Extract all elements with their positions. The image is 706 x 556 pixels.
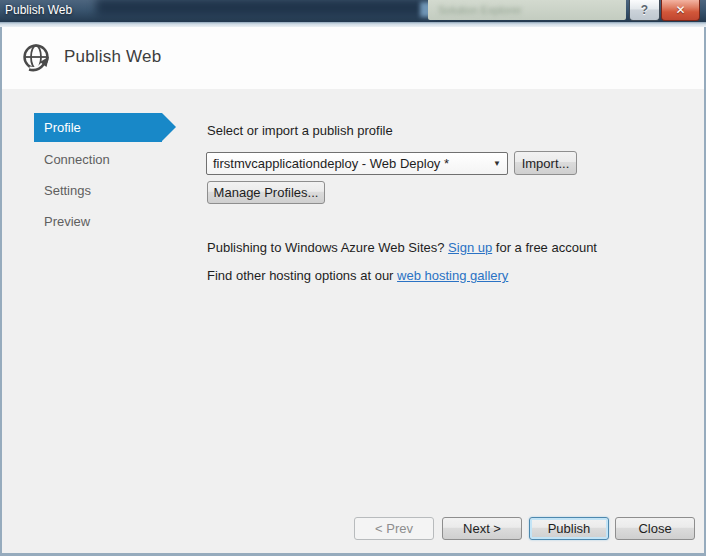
dropdown-selected-value: firstmvcapplicationdeploy - Web Deploy * xyxy=(207,156,487,171)
import-button[interactable]: Import... xyxy=(514,151,577,175)
next-button[interactable]: Next > xyxy=(442,517,522,540)
azure-line-prefix: Publishing to Windows Azure Web Sites? xyxy=(207,240,448,255)
close-icon: ✕ xyxy=(675,3,685,17)
dialog-header: Publish Web xyxy=(2,27,704,89)
sidebar-item-preview[interactable]: Preview xyxy=(44,214,90,229)
background-window-blur xyxy=(96,0,440,16)
hosting-options-line: Find other hosting options at our web ho… xyxy=(207,268,508,283)
azure-line-suffix: for a free account xyxy=(492,240,597,255)
sidebar-item-settings[interactable]: Settings xyxy=(44,183,91,198)
title-bar: Solution Explorer Publish Web ? ✕ xyxy=(0,0,706,22)
help-icon: ? xyxy=(641,3,648,17)
dropdown-arrow-icon[interactable]: ▼ xyxy=(487,153,507,174)
web-hosting-gallery-link[interactable]: web hosting gallery xyxy=(397,268,508,283)
sidebar-item-label: Profile xyxy=(44,120,81,135)
hosting-line-prefix: Find other hosting options at our xyxy=(207,268,397,283)
window-title: Publish Web xyxy=(5,3,72,17)
sidebar-item-profile[interactable]: Profile xyxy=(34,113,162,142)
prev-button: < Prev xyxy=(354,517,434,540)
manage-profiles-button[interactable]: Manage Profiles... xyxy=(207,181,325,204)
page-title: Publish Web xyxy=(64,47,161,67)
publish-globe-icon xyxy=(22,42,54,74)
solution-explorer-panel: Solution Explorer xyxy=(428,0,626,20)
close-window-button[interactable]: ✕ xyxy=(661,0,700,21)
dialog-body: Publish Web Profile Connection Settings … xyxy=(0,27,706,556)
section-label: Select or import a publish profile xyxy=(207,123,393,138)
sign-up-link[interactable]: Sign up xyxy=(448,240,492,255)
solution-explorer-label: Solution Explorer xyxy=(428,4,522,16)
publish-web-dialog: Solution Explorer Publish Web ? ✕ Publis… xyxy=(0,0,706,556)
sidebar-item-connection[interactable]: Connection xyxy=(44,152,110,167)
close-button[interactable]: Close xyxy=(615,517,695,540)
publish-button[interactable]: Publish xyxy=(529,517,609,540)
azure-signup-line: Publishing to Windows Azure Web Sites? S… xyxy=(207,240,597,255)
publish-profile-dropdown[interactable]: firstmvcapplicationdeploy - Web Deploy *… xyxy=(206,152,508,175)
help-button[interactable]: ? xyxy=(629,0,660,21)
